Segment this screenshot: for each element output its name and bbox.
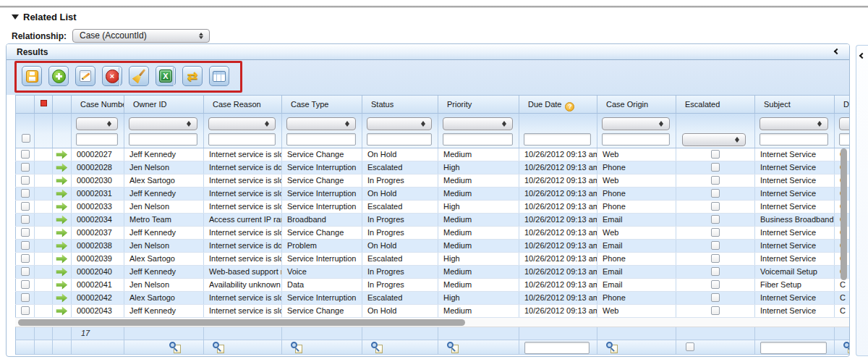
- open-record-arrow-icon[interactable]: [56, 293, 68, 303]
- lookup-search-icon[interactable]: [213, 342, 225, 353]
- filter-select-escalated[interactable]: [682, 133, 746, 146]
- open-record-arrow-icon[interactable]: [56, 280, 68, 290]
- open-record-arrow-icon[interactable]: [56, 176, 68, 185]
- column-header-escalated[interactable]: Escalated: [676, 96, 755, 113]
- open-record-arrow-icon[interactable]: [56, 241, 68, 251]
- column-header-open[interactable]: [53, 96, 72, 113]
- row-checkbox[interactable]: [21, 176, 30, 185]
- columns-button[interactable]: [209, 66, 229, 86]
- filter-select-priority[interactable]: [443, 117, 513, 130]
- open-record-arrow-icon[interactable]: [56, 202, 68, 211]
- filter-input-owner[interactable]: [129, 133, 197, 146]
- open-record-arrow-icon[interactable]: [56, 215, 68, 224]
- refresh-button[interactable]: ⇄: [182, 66, 203, 86]
- open-record-arrow-icon[interactable]: [56, 267, 68, 277]
- filter-select-type[interactable]: [286, 117, 356, 130]
- filter-select-description[interactable]: [839, 117, 849, 130]
- escalated-checkbox[interactable]: [711, 189, 720, 198]
- escalated-checkbox[interactable]: [711, 241, 720, 250]
- collapse-triangle-icon[interactable]: [12, 14, 19, 20]
- row-checkbox[interactable]: [21, 241, 30, 250]
- footer-input-due_date[interactable]: [524, 342, 590, 354]
- escalated-checkbox[interactable]: [711, 215, 720, 224]
- cell-flag: [35, 266, 53, 278]
- column-header-status[interactable]: Status: [362, 96, 438, 113]
- lookup-search-icon[interactable]: [606, 342, 618, 353]
- footer-escalated-checkbox[interactable]: [686, 342, 694, 351]
- lookup-search-icon[interactable]: [291, 342, 303, 353]
- column-header-subject[interactable]: Subject: [755, 96, 835, 113]
- escalated-checkbox[interactable]: [711, 293, 720, 302]
- column-header-flag[interactable]: [35, 96, 53, 113]
- row-checkbox[interactable]: [21, 293, 30, 302]
- escalated-checkbox[interactable]: [711, 176, 720, 185]
- filter-select-subject[interactable]: [760, 117, 828, 130]
- horizontal-scrollbar-thumb[interactable]: [18, 319, 465, 326]
- filter-select-origin[interactable]: [602, 117, 670, 130]
- open-record-arrow-icon[interactable]: [56, 189, 68, 198]
- row-checkbox[interactable]: [21, 150, 30, 159]
- row-checkbox[interactable]: [21, 280, 30, 289]
- row-checkbox[interactable]: [21, 228, 30, 237]
- escalated-checkbox[interactable]: [711, 150, 720, 159]
- row-checkbox[interactable]: [21, 306, 30, 315]
- open-record-arrow-icon[interactable]: [56, 228, 68, 237]
- relationship-select[interactable]: Case (AccountId): [72, 29, 210, 43]
- filter-select-reason[interactable]: [208, 117, 276, 130]
- save-button[interactable]: [22, 66, 42, 86]
- lookup-search-icon[interactable]: [447, 342, 459, 353]
- column-header-due_date[interactable]: Due Date?: [519, 96, 597, 113]
- select-all-checkbox[interactable]: [22, 134, 30, 143]
- filter-input-subject[interactable]: [760, 133, 828, 146]
- open-record-arrow-icon[interactable]: [56, 306, 68, 316]
- column-header-owner[interactable]: Owner ID: [124, 96, 204, 113]
- filter-input-description[interactable]: [839, 133, 849, 146]
- escalated-checkbox[interactable]: [711, 228, 720, 237]
- escalated-checkbox[interactable]: [711, 254, 720, 263]
- row-checkbox[interactable]: [21, 163, 30, 172]
- collapsed-side-panel[interactable]: [856, 45, 868, 356]
- filter-select-status[interactable]: [367, 117, 432, 130]
- column-header-type[interactable]: Case Type: [282, 96, 362, 113]
- column-header-origin[interactable]: Case Origin: [597, 96, 676, 113]
- footer-input-subject[interactable]: [760, 342, 827, 354]
- lookup-search-icon[interactable]: [371, 342, 383, 353]
- filter-input-reason[interactable]: [208, 133, 276, 146]
- filter-input-type[interactable]: [286, 133, 356, 146]
- escalated-checkbox[interactable]: [711, 202, 720, 211]
- filter-input-origin[interactable]: [602, 133, 670, 146]
- filter-input-priority[interactable]: [443, 133, 513, 146]
- add-button[interactable]: [48, 66, 69, 86]
- edit-button[interactable]: [75, 66, 95, 86]
- escalated-checkbox[interactable]: [711, 280, 720, 289]
- open-record-arrow-icon[interactable]: [56, 150, 68, 159]
- row-checkbox[interactable]: [21, 254, 30, 263]
- column-header-case_number[interactable]: Case Number: [72, 96, 124, 113]
- column-header-description[interactable]: Des: [835, 96, 849, 113]
- column-header-priority[interactable]: Priority: [438, 96, 519, 113]
- filter-input-due_date[interactable]: [524, 133, 591, 146]
- row-checkbox[interactable]: [21, 215, 30, 224]
- cell-due_date: 10/26/2012 09:13 am: [519, 201, 597, 213]
- column-header-select[interactable]: [15, 96, 35, 113]
- cell-reason: Internet service is slow: [204, 292, 282, 304]
- collapse-panel-chevron-icon[interactable]: [834, 49, 840, 54]
- lookup-search-icon[interactable]: [843, 342, 849, 353]
- escalated-checkbox[interactable]: [711, 267, 720, 276]
- open-record-arrow-icon[interactable]: [56, 254, 68, 264]
- row-checkbox[interactable]: [21, 189, 30, 198]
- filter-input-case_number[interactable]: [76, 133, 118, 146]
- help-icon[interactable]: ?: [565, 102, 574, 111]
- row-checkbox[interactable]: [21, 202, 30, 211]
- column-header-reason[interactable]: Case Reason: [204, 96, 282, 113]
- vertical-scrollbar-thumb[interactable]: [841, 148, 847, 280]
- filter-input-status[interactable]: [367, 133, 432, 146]
- clear-button[interactable]: [129, 66, 149, 86]
- filter-select-case_number[interactable]: [76, 117, 118, 130]
- filter-select-owner[interactable]: [129, 117, 197, 130]
- lookup-search-icon[interactable]: [169, 342, 182, 353]
- escalated-checkbox[interactable]: [711, 306, 720, 315]
- row-checkbox[interactable]: [21, 267, 30, 276]
- escalated-checkbox[interactable]: [711, 163, 720, 172]
- open-record-arrow-icon[interactable]: [56, 163, 68, 172]
